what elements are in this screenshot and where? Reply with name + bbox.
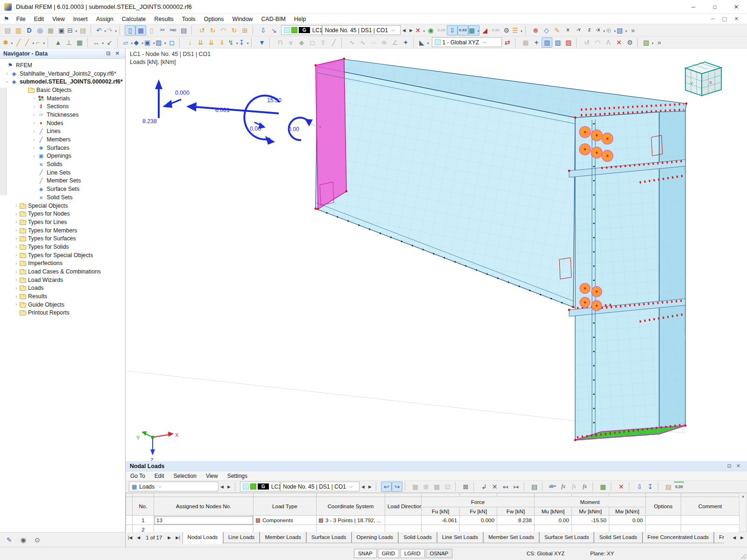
expander-icon[interactable]: ›: [13, 244, 20, 249]
panel-toggle-icon[interactable]: ▯: [146, 25, 157, 35]
tree-item-types-for-lines[interactable]: › Types for Lines: [0, 218, 125, 226]
tree-item-solids[interactable]: ■ Solids: [0, 160, 125, 168]
select-node-icon[interactable]: ⇧: [317, 37, 328, 48]
status-toggle-lgrid[interactable]: LGRID: [400, 549, 425, 558]
sync-table-icon[interactable]: ↪: [392, 482, 402, 492]
cell-load-direction[interactable]: [385, 516, 422, 525]
panel-menu-go-to[interactable]: Go To: [126, 472, 150, 480]
tree-item-loads[interactable]: › Loads: [0, 284, 125, 293]
minimize-button[interactable]: ─: [683, 0, 704, 14]
view-minus-y-icon[interactable]: -Y: [573, 25, 584, 35]
result-beam-4-icon[interactable]: ≋: [379, 37, 389, 48]
open-model-icon[interactable]: ▥: [13, 25, 24, 35]
menu-item-assign[interactable]: Assign: [92, 15, 118, 23]
table-relations-icon[interactable]: ▦: [410, 482, 421, 492]
prev-table-page-button[interactable]: ◀: [134, 535, 142, 540]
new-surface-load-icon[interactable]: ⇊: [206, 37, 217, 48]
tree-item-materials[interactable]: › Materials: [0, 94, 125, 103]
new-polyline-icon[interactable]: ⌐: [35, 37, 45, 48]
cell-row-number[interactable]: 1: [133, 516, 154, 525]
expander-icon[interactable]: ›: [13, 269, 20, 274]
next-object-button[interactable]: ▶: [408, 25, 415, 35]
tree-item-imperfections[interactable]: › Imperfections: [0, 259, 125, 268]
rotate-right-icon[interactable]: ↻: [207, 25, 218, 35]
result-beam-2-icon[interactable]: ∿: [357, 37, 368, 48]
select-line-icon[interactable]: ╱: [328, 37, 339, 48]
filter-selection-icon[interactable]: ✕: [415, 25, 425, 35]
panel-node-selector-combo[interactable]: Node No. 45 | DS1 | CO1 ⌵: [280, 482, 359, 491]
redo-icon[interactable]: ↷: [106, 25, 117, 35]
rotate-left-icon[interactable]: ↺: [197, 25, 207, 35]
display-mesh-icon[interactable]: ▦: [468, 25, 479, 35]
insert-row-icon[interactable]: ↲: [479, 482, 489, 492]
maximize-button[interactable]: □: [704, 0, 726, 14]
panel-menu-settings[interactable]: Settings: [223, 472, 252, 480]
load-wizard-icon[interactable]: ✦: [400, 37, 411, 48]
arc-copy-icon[interactable]: ◠: [592, 37, 603, 48]
col-load-type[interactable]: Load Type: [254, 497, 317, 516]
tree-item-printout-reports[interactable]: Printout Reports: [0, 309, 125, 317]
new-section-cut-icon[interactable]: ▨: [155, 37, 166, 48]
expander-icon[interactable]: ›: [13, 277, 20, 282]
cell-coordinate-system[interactable]: 3 - 3 Points | 18.792, ...: [317, 516, 385, 525]
col-mw[interactable]: Mw [kNm]: [609, 507, 646, 516]
col-comment[interactable]: Comment: [681, 497, 740, 516]
new-load-on-object-icon[interactable]: ↧: [238, 37, 249, 48]
col-no[interactable]: No.: [133, 497, 154, 516]
expander-icon[interactable]: ›: [13, 286, 20, 291]
next-table-page-button[interactable]: ▶: [165, 535, 173, 540]
result-beam-1-icon[interactable]: ∿: [346, 37, 357, 48]
tree-item-basic-objects[interactable]: Basic Objects: [0, 86, 125, 94]
filter-funnel-icon[interactable]: ▼: [256, 37, 267, 48]
tree-item-load-wizards[interactable]: › Load Wizards: [0, 276, 125, 284]
move-copy-icon[interactable]: ⇄: [502, 37, 513, 48]
tree-item-thicknesses[interactable]: › ▱ Thicknesses: [0, 111, 125, 119]
select-v-icon[interactable]: ∨: [285, 37, 296, 48]
panel-menu-edit[interactable]: Edit: [150, 472, 169, 480]
camera-icon[interactable]: ⊙: [35, 536, 40, 544]
display-painter-icon[interactable]: ✎: [7, 536, 12, 544]
col-mv[interactable]: Mv [kNm]: [572, 507, 609, 516]
tree-item-types-for-solids[interactable]: › Types for Solids: [0, 243, 125, 251]
mirror-icon[interactable]: Λ: [603, 37, 613, 48]
special-selection-icon[interactable]: ◣: [418, 37, 429, 48]
expander-icon[interactable]: ›: [4, 71, 10, 76]
workplane-xy-icon[interactable]: ▨: [542, 37, 552, 48]
tab-free-line-loads[interactable]: Free Line Loads: [714, 532, 724, 543]
navigator-toggle-icon[interactable]: ▯: [125, 25, 135, 35]
save-icon[interactable]: ▣: [56, 25, 67, 35]
grid-settings-icon[interactable]: ▦: [520, 37, 531, 48]
tab-free-concentrated-loads[interactable]: Free Concentrated Loads: [642, 532, 714, 543]
expander-icon[interactable]: ›: [31, 145, 37, 150]
prev-load-button[interactable]: ◀: [359, 482, 366, 491]
tree-item-nodes[interactable]: › • Nodes: [0, 119, 125, 127]
col-fv[interactable]: Fv [kN]: [460, 507, 497, 516]
col-coordinate-system[interactable]: Coordinate System: [317, 497, 385, 516]
tab-scroll-left-icon[interactable]: ◀: [730, 534, 738, 541]
table-view-combo[interactable]: ▦ Loads ⌵: [129, 482, 218, 491]
show-loads-icon[interactable]: ⇩: [447, 25, 458, 35]
col-fu[interactable]: Fu [kN]: [422, 507, 460, 516]
tree-item-rfem[interactable]: ⚑ RFEM: [0, 61, 125, 70]
new-nodal-support-icon[interactable]: ▲: [53, 37, 63, 48]
mdi-close-button[interactable]: ✕: [731, 16, 742, 22]
tree-item-guide-objects[interactable]: › Guide Objects: [0, 301, 125, 309]
new-opening-icon[interactable]: ▣: [144, 37, 155, 48]
function-view-icon[interactable]: fx: [579, 482, 590, 492]
sync-selection-icon[interactable]: ↩: [381, 482, 392, 492]
menu-item-file[interactable]: File: [12, 15, 30, 23]
expander-icon[interactable]: ›: [13, 219, 20, 224]
cell-comment[interactable]: [681, 516, 740, 525]
zoom-box-icon[interactable]: ⊞: [240, 25, 250, 35]
expander-icon[interactable]: ›: [31, 104, 37, 109]
overflow-2-icon[interactable]: »: [654, 37, 665, 48]
tree-item-types-for-special-objects[interactable]: › Types for Special Objects: [0, 251, 125, 259]
cell-fw[interactable]: 8.238: [497, 516, 535, 525]
expander-icon[interactable]: ›: [13, 228, 20, 233]
console-panel-icon[interactable]: >>: [157, 25, 168, 35]
menu-item-help[interactable]: Help: [290, 15, 310, 23]
new-model-icon[interactable]: ▤: [2, 25, 13, 35]
col-fw[interactable]: Fw [kN]: [497, 507, 535, 516]
col-nodes[interactable]: Assigned to Nodes No.: [154, 497, 254, 516]
col-load-direction[interactable]: Load Direction: [385, 497, 422, 516]
